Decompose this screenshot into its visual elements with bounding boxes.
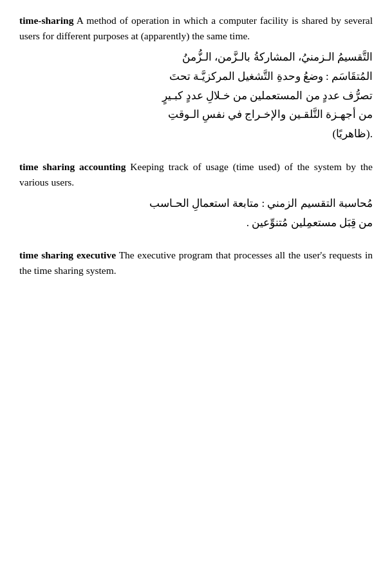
arabic-line-1: التَّقسيمُ الـزمنيُ، المشاركةُ بالـزَّمن… [19,48,373,67]
entry-arabic-text-2: مُحاسبة التقسيم الزمني : متابعة استعمالِ… [19,194,373,233]
arabic-line-2: المُتقَاسَم : وضعُ وحدةِ التَّشغيل المرك… [19,67,373,86]
dictionary-page: time-sharing A method of operation in wh… [19,13,373,278]
entry-term-2: time sharing accounting [19,161,126,172]
arabic-line-2-2: من قِبَل مستعمِلين مُتنوِّعين . [19,213,373,233]
entry-english-text-3: time sharing executive The executive pro… [19,247,373,278]
entry-term: time-sharing [19,15,73,26]
entry-time-sharing: time-sharing A method of operation in wh… [19,13,373,144]
entry-term-3: time sharing executive [19,249,116,260]
arabic-line-4: من أجهـزة التَّلقـين والإخـراج في نفسِ ا… [19,105,373,124]
entry-english-text-2: time sharing accounting Keeping track of… [19,159,373,190]
entry-arabic-text: التَّقسيمُ الـزمنيُ، المشاركةُ بالـزَّمن… [19,48,373,144]
entry-english-text: time-sharing A method of operation in wh… [19,13,373,44]
entry-time-sharing-executive: time sharing executive The executive pro… [19,247,373,278]
arabic-line-3: تصرُّف عددٍ من المستعملين من خـلالِ عددٍ… [19,86,373,106]
arabic-line-5: .(ظاهريًا) [19,124,373,144]
entry-time-sharing-accounting: time sharing accounting Keeping track of… [19,159,373,233]
arabic-line-2-1: مُحاسبة التقسيم الزمني : متابعة استعمالِ… [19,194,373,213]
